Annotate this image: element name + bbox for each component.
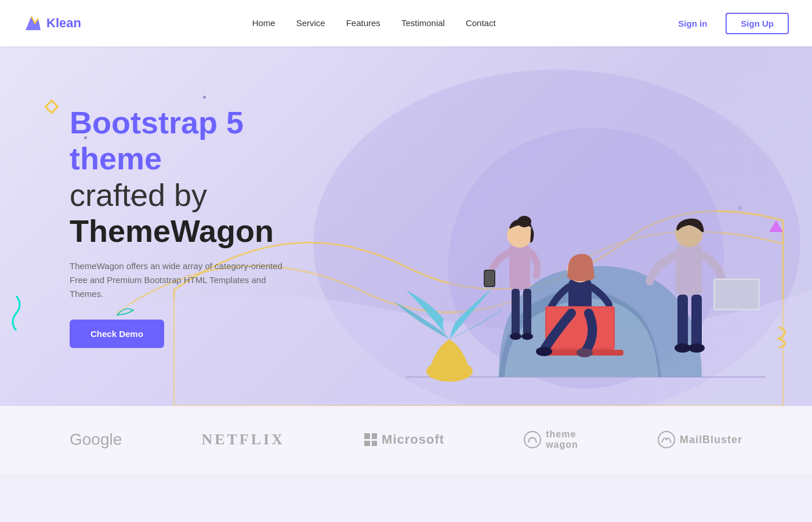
brand-themewagon: themewagon [524,429,578,450]
nav-actions: Sign in Sign Up [666,13,789,34]
brand-name: Klean [46,16,81,31]
hero-description: ThemeWagon offers an wide array of categ… [70,259,302,301]
hero-title-colored: Bootstrap 5 theme [70,104,325,176]
hero-illustration [360,70,812,406]
hero-crafted-by: crafted by [70,177,207,212]
hero-themewagon: ThemeWagon [70,213,274,248]
svg-rect-3 [509,244,530,290]
navbar: Klean Home Service Features Testimonial … [0,0,812,46]
svg-point-8 [510,333,521,340]
hero-section: Bootstrap 5 theme crafted by ThemeWagon … [0,46,812,406]
svg-rect-19 [676,244,702,296]
nav-links: Home Service Features Testimonial Contac… [252,18,496,28]
microsoft-grid-icon [364,433,377,446]
brand-google: Google [70,430,122,449]
brand-logo-icon [23,14,42,32]
svg-point-26 [688,343,705,353]
deco-dot-2 [203,96,206,99]
nav-service[interactable]: Service [296,18,325,28]
svg-rect-22 [715,280,758,309]
brand-mailbluster: MailBluster [658,431,742,448]
svg-rect-23 [677,295,688,347]
brands-strip: Google NETFLIX Microsoft themewagon Mail… [0,406,812,473]
brand-netflix: NETFLIX [201,431,285,448]
svg-point-18 [577,348,593,357]
check-demo-button[interactable]: Check Demo [70,320,164,348]
nav-home[interactable]: Home [252,18,276,28]
svg-point-25 [675,343,691,353]
svg-rect-24 [691,295,702,347]
microsoft-label: Microsoft [382,432,444,447]
mailbluster-icon [658,431,675,448]
signin-button[interactable]: Sign in [666,14,719,33]
hero-content: Bootstrap 5 theme crafted by ThemeWagon … [0,104,325,347]
svg-point-5 [517,216,531,227]
nav-testimonial[interactable]: Testimonial [401,18,445,28]
nav-features[interactable]: Features [346,18,380,28]
nav-contact[interactable]: Contact [466,18,496,28]
brand-logo[interactable]: Klean [23,14,81,32]
hero-scene-svg [360,81,812,406]
svg-rect-11 [485,271,494,286]
brand-microsoft: Microsoft [364,432,444,447]
svg-point-9 [521,333,533,340]
svg-rect-6 [512,289,520,335]
svg-point-17 [536,347,552,356]
themewagon-icon [524,431,541,448]
svg-rect-7 [523,289,531,335]
signup-button[interactable]: Sign Up [726,13,789,34]
svg-point-27 [524,432,541,448]
netflix-label: NETFLIX [201,431,285,448]
google-label: Google [70,430,122,449]
mailbluster-label: MailBluster [680,434,742,446]
themewagon-label: themewagon [546,429,578,450]
hero-title-dark: crafted by ThemeWagon [70,177,325,249]
